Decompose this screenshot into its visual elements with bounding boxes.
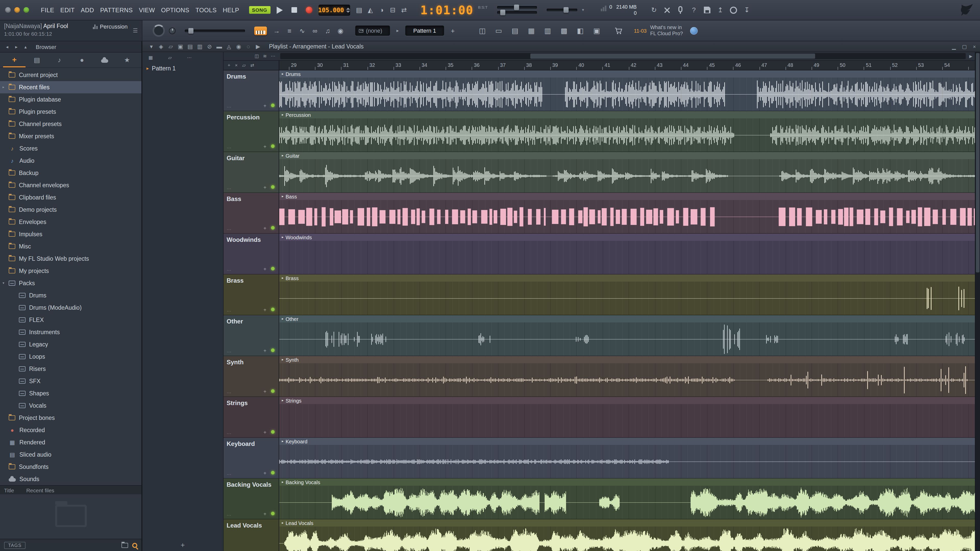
- track-grip-icon[interactable]: ⋯: [227, 349, 231, 354]
- picker-grid-icon[interactable]: ▦: [146, 55, 155, 60]
- track-enable-led[interactable]: [271, 267, 275, 270]
- typing-to-piano-button[interactable]: [254, 26, 267, 35]
- clip-header[interactable]: ▸Lead Vocals: [279, 519, 975, 527]
- browser-item-recorded[interactable]: ●Recorded: [0, 424, 142, 436]
- search-icon[interactable]: [132, 543, 137, 548]
- track-name-cell-keyboard[interactable]: Keyboard⋯+: [224, 438, 279, 478]
- track-grip-icon[interactable]: ⋯: [227, 145, 231, 151]
- browser-item-drums-modeaudio[interactable]: Drums (ModeAudio): [0, 302, 142, 314]
- time-mode-label[interactable]: B:S:T: [478, 5, 488, 10]
- mute-tool-icon[interactable]: ⊘: [205, 43, 215, 50]
- audio-clip-backing-vocals[interactable]: ▸Backing Vocals: [279, 478, 975, 519]
- track-enable-led[interactable]: [271, 308, 275, 311]
- clip-menu-icon[interactable]: ▸: [282, 194, 283, 198]
- loop-record-icon[interactable]: ⇄: [398, 4, 410, 16]
- track-name-cell-drums[interactable]: Drums⋯+: [224, 70, 279, 111]
- nudge-knob[interactable]: [169, 27, 176, 34]
- minimize-icon[interactable]: ▁: [952, 44, 956, 49]
- tools-icon[interactable]: [662, 4, 673, 16]
- mixer-window-icon[interactable]: ▦: [525, 25, 538, 36]
- horizontal-scrollbar-thumb[interactable]: [530, 54, 815, 59]
- track-name-cell-strings[interactable]: Strings⋯+: [224, 397, 279, 438]
- track-target-icon[interactable]: +: [263, 348, 266, 354]
- maximize-icon[interactable]: ▢: [962, 44, 967, 49]
- magnet-icon[interactable]: ◈: [156, 43, 166, 50]
- piano-icon[interactable]: ♫: [322, 25, 333, 36]
- song-position-ring[interactable]: [153, 24, 165, 37]
- steps-icon[interactable]: ≡: [284, 25, 295, 36]
- menu-tools[interactable]: TOOLS: [192, 6, 220, 14]
- swap-icon[interactable]: ⇄: [250, 63, 254, 68]
- browser-item-plugin-presets[interactable]: Plugin presets: [0, 106, 142, 118]
- track-enable-led[interactable]: [271, 512, 275, 515]
- track-target-icon[interactable]: +: [263, 307, 266, 313]
- position-slider[interactable]: [497, 6, 537, 9]
- browser-item-channel-envelopes[interactable]: Channel envelopes: [0, 179, 142, 191]
- browser-item-project-bones[interactable]: Project bones: [0, 412, 142, 424]
- slice-tool-icon[interactable]: ◬: [224, 43, 234, 50]
- countdown-icon[interactable]: ⊟: [387, 4, 398, 16]
- tab-cloud[interactable]: [93, 52, 116, 67]
- track-name-cell-brass[interactable]: Brass⋯+: [224, 275, 279, 315]
- shuffle-slider[interactable]: [497, 11, 537, 14]
- horizontal-scrollbar[interactable]: [280, 53, 966, 59]
- clip-header[interactable]: ▸Drums: [279, 70, 975, 78]
- browser-item-drums[interactable]: Drums: [0, 289, 142, 302]
- track-grip-icon[interactable]: ⋯: [227, 431, 231, 436]
- tempo-spinner[interactable]: [346, 7, 350, 13]
- clip-header[interactable]: ▸Synth: [279, 356, 975, 363]
- browser-item-soundfonts[interactable]: Soundfonts: [0, 461, 142, 473]
- browser-item-sounds[interactable]: Sounds: [0, 473, 142, 485]
- picker-more-icon[interactable]: ⋯: [185, 55, 193, 60]
- main-pitch-slider[interactable]: [185, 29, 245, 32]
- track-name-cell-guitar[interactable]: Guitar⋯+: [224, 152, 279, 193]
- clip-header[interactable]: ▸Keyboard: [279, 438, 975, 445]
- audio-clip-guitar[interactable]: ▸Guitar: [279, 152, 975, 193]
- track-name-cell-bass[interactable]: Bass⋯+: [224, 193, 279, 233]
- slip-tool-icon[interactable]: ▬: [215, 43, 224, 50]
- tab-files[interactable]: ▤: [25, 52, 48, 67]
- master-volume-slider[interactable]: [547, 9, 578, 11]
- browser-item-sliced-audio[interactable]: ▤Sliced audio: [0, 448, 142, 461]
- chevron-right-icon[interactable]: ▸: [3, 85, 4, 89]
- playlist-window-icon[interactable]: ◫: [476, 25, 489, 36]
- clip-header[interactable]: ▸Bass: [279, 193, 975, 200]
- playlist-titlebar[interactable]: ▾◈▱▣▤▥⊘▬◬◉◌▶ Playlist - Arrangement - Le…: [142, 41, 980, 52]
- clip-menu-icon[interactable]: ▸: [282, 154, 283, 158]
- speaker-icon[interactable]: ◉: [335, 25, 346, 36]
- pattern-selector[interactable]: Pattern 1: [405, 25, 444, 36]
- typing-keyboard-icon[interactable]: ▤: [353, 4, 365, 16]
- track-target-icon[interactable]: +: [263, 144, 266, 149]
- clip-header[interactable]: ▸Percussion: [279, 111, 975, 118]
- song-mode-badge[interactable]: SONG: [249, 6, 270, 14]
- master-volume-handle[interactable]: [564, 7, 569, 13]
- track-grip-icon[interactable]: ⋯: [227, 186, 231, 191]
- clip-header[interactable]: ▸Guitar: [279, 152, 975, 159]
- menu-patterns[interactable]: PATTERNS: [97, 6, 136, 14]
- sync-icon[interactable]: ↻: [649, 4, 660, 16]
- browser-item-flex[interactable]: FLEX: [0, 314, 142, 326]
- audio-clip-brass[interactable]: ▸Brass: [279, 275, 975, 315]
- scroll-right-button[interactable]: ▶: [967, 52, 975, 60]
- track-mode-more-icon[interactable]: ⋯: [269, 54, 277, 59]
- track-enable-led[interactable]: [271, 471, 275, 475]
- audio-clip-percussion[interactable]: ▸Percussion: [279, 111, 975, 152]
- clip-header[interactable]: ▸Backing Vocals: [279, 478, 975, 486]
- track-enable-led[interactable]: [271, 430, 275, 433]
- menu-help[interactable]: HELP: [220, 6, 242, 14]
- track-enable-led[interactable]: [271, 348, 275, 352]
- track-enable-led[interactable]: [271, 389, 275, 393]
- browser-item-current-project[interactable]: Current project: [0, 69, 142, 81]
- selected-channel[interactable]: Percussion: [93, 24, 127, 30]
- close-icon[interactable]: ×: [973, 44, 976, 49]
- browser-item-shapes[interactable]: Shapes: [0, 387, 142, 400]
- browser-item-plugin-database[interactable]: Plugin database: [0, 94, 142, 106]
- track-grip-icon[interactable]: ⋯: [227, 309, 231, 314]
- clip-header[interactable]: ▸Woodwinds: [279, 233, 975, 241]
- playlist-menu-icon[interactable]: ▾: [146, 43, 156, 50]
- menu-file[interactable]: FILE: [38, 6, 57, 14]
- track-grip-icon[interactable]: ⋯: [227, 390, 231, 395]
- link-icon[interactable]: ∞: [309, 25, 321, 36]
- browser-item-audio[interactable]: ♪Audio: [0, 155, 142, 167]
- shop-cart-icon[interactable]: [614, 27, 623, 35]
